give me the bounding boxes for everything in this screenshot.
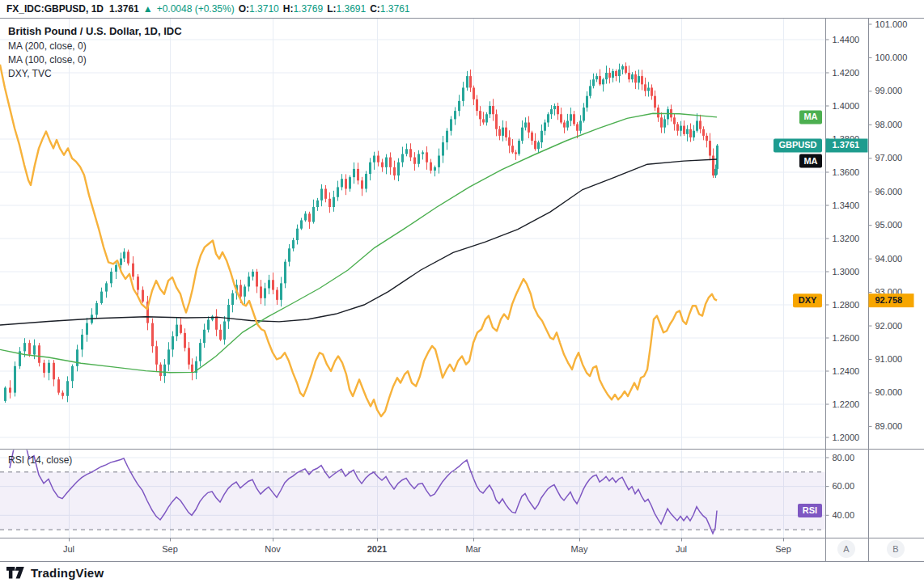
chart-canvas[interactable]: 1.44001.42001.40001.38001.36001.34001.32…	[0, 0, 924, 587]
legend-dxy[interactable]: DXY, TVC	[8, 67, 182, 81]
price-change: +0.0048 (+0.35%)	[157, 3, 235, 15]
time-tick-label: May	[571, 544, 588, 554]
gbpusd-price-axis-badge: 1.3761	[826, 138, 868, 152]
price-tick-label: 1.2400	[833, 366, 860, 376]
gbpusd-badge: GBPUSD	[774, 138, 822, 152]
svg-text:GBPUSD: GBPUSD	[778, 140, 816, 150]
open-value: O:1.3710	[239, 3, 279, 15]
svg-text:MA: MA	[803, 112, 817, 121]
price-tick-label: 1.3000	[833, 267, 860, 277]
dxy-tick-label: 91.000	[875, 354, 903, 364]
dxy-tick-label: 89.000	[875, 421, 903, 431]
chart-title[interactable]: British Pound / U.S. Dollar, 1D, IDC	[8, 25, 182, 37]
legend-ma100[interactable]: MA (100, close, 0)	[8, 53, 182, 67]
time-tick-label: Jul	[63, 544, 74, 554]
ma100-badge: MA	[799, 110, 822, 124]
price-tick-label: 1.2600	[833, 333, 860, 343]
dxy-tick-label: 100.000	[875, 53, 908, 62]
price-scale-b-button[interactable]: B	[887, 540, 905, 558]
dxy-tick-label: 97.000	[875, 153, 903, 163]
tradingview-chart-window: 1.44001.42001.40001.38001.36001.34001.32…	[0, 0, 924, 587]
price-tick-label: 1.2000	[833, 433, 860, 442]
tradingview-logo-text: TradingView	[31, 566, 104, 580]
symbol-name[interactable]: FX_IDC:GBPUSD, 1D	[6, 3, 104, 15]
ma200-badge: MA	[799, 154, 822, 168]
ma-100-line	[0, 113, 717, 373]
price-tick-label: 1.4000	[833, 101, 860, 111]
price-tick-label: 1.3600	[833, 167, 860, 177]
dxy-line	[0, 65, 717, 416]
price-tick-label: 1.4400	[833, 35, 860, 44]
dxy-tick-label: 92.000	[875, 321, 903, 331]
close-value: C:1.3761	[370, 3, 409, 15]
last-price: 1.3761	[109, 3, 139, 15]
svg-text:1.3761: 1.3761	[833, 140, 860, 150]
high-value: H:1.3769	[283, 3, 323, 15]
dxy-tick-label: 94.000	[875, 254, 903, 264]
symbol-info-bar[interactable]: FX_IDC:GBPUSD, 1D 1.3761 ▲ +0.0048 (+0.3…	[0, 0, 924, 18]
price-tick-label: 1.2200	[833, 399, 860, 409]
dxy-tick-label: 95.000	[875, 220, 903, 230]
dxy-tick-label: 96.000	[875, 187, 903, 196]
dxy-tick-label: 101.000	[875, 19, 908, 29]
tradingview-logo[interactable]: TradingView	[6, 566, 104, 580]
rsi-tick-label: 40.00	[833, 510, 855, 520]
dxy-tick-label: 99.000	[875, 86, 903, 95]
price-tick-label: 1.3400	[833, 201, 860, 210]
price-scale-a-button[interactable]: A	[837, 540, 855, 558]
svg-text:92.758: 92.758	[875, 295, 903, 305]
rsi-band	[0, 472, 826, 530]
time-tick-label: Nov	[265, 544, 281, 554]
price-tick-label: 1.3200	[833, 234, 860, 243]
svg-text:RSI: RSI	[803, 505, 817, 515]
svg-text:MA: MA	[803, 156, 817, 166]
dxy-tick-label: 98.000	[875, 120, 903, 129]
legend-ma200[interactable]: MA (200, close, 0)	[8, 40, 182, 53]
rsi-badge: RSI	[798, 504, 822, 517]
main-legend: British Pound / U.S. Dollar, 1D, IDC MA …	[8, 25, 182, 81]
low-value: L:1.3691	[327, 3, 366, 15]
time-tick-label: Jul	[676, 544, 687, 554]
rsi-tick-label: 60.00	[833, 481, 855, 491]
candlestick-series	[4, 62, 718, 403]
time-tick-label: 2021	[367, 544, 387, 554]
dxy-badge: DXY	[793, 294, 822, 307]
price-tick-label: 1.4200	[833, 68, 860, 78]
rsi-tick-label: 80.00	[833, 453, 855, 462]
rsi-legend[interactable]: RSI (14, close)	[8, 454, 72, 466]
time-tick-label: Sep	[775, 544, 791, 554]
time-tick-label: Mar	[466, 544, 481, 554]
dxy-price-axis-badge: 92.758	[869, 294, 914, 307]
tradingview-logo-icon	[6, 567, 25, 579]
dxy-tick-label: 90.000	[875, 387, 903, 397]
price-tick-label: 1.2800	[833, 300, 860, 310]
change-direction-icon: ▲	[143, 3, 153, 15]
svg-text:DXY: DXY	[799, 295, 817, 305]
time-tick-label: Sep	[162, 544, 178, 554]
